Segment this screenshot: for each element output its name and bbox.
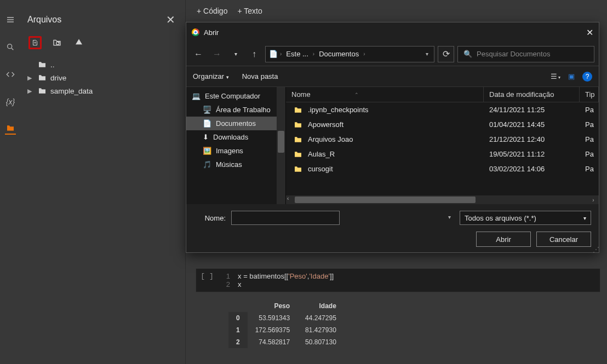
cancel-button[interactable]: Cancelar: [536, 232, 591, 247]
folder-icon: [37, 86, 47, 95]
list-item[interactable]: Arquivos Joao21/12/2021 12:40Pa: [286, 132, 599, 147]
filter-label: Todos os arquivos (*.*): [465, 214, 536, 222]
code-cell: [ ] 1x = batimentos[['Peso','Idade']]2x …: [196, 268, 600, 348]
refresh-button[interactable]: ⟳: [438, 46, 454, 62]
col-date[interactable]: Data de modificação: [484, 87, 580, 102]
open-button[interactable]: Abrir: [476, 232, 531, 247]
back-button[interactable]: ←: [191, 47, 206, 62]
nav-tree-item[interactable]: 🖥️Área de Trabalho: [186, 103, 285, 117]
upload-button[interactable]: [28, 36, 42, 49]
menu-icon[interactable]: [5, 14, 16, 25]
dialog-titlebar[interactable]: Abrir ✕: [186, 22, 599, 42]
filetype-filter[interactable]: Todos os arquivos (*.*) ▾: [460, 211, 591, 225]
files-toolbar: [21, 36, 185, 57]
search-icon: 🔍: [463, 50, 472, 58]
item-date: 24/11/2021 11:25: [484, 106, 580, 114]
list-item[interactable]: .ipynb_checkpoints24/11/2021 11:25Pa: [286, 102, 599, 117]
view-mode-button[interactable]: ☰ ▾: [551, 72, 560, 80]
list-item[interactable]: cursogit03/02/2021 14:06Pa: [286, 161, 599, 176]
chevron-right-icon: ›: [280, 51, 282, 57]
new-folder-button[interactable]: Nova pasta: [242, 72, 278, 80]
item-name: Apowersoft: [308, 120, 343, 129]
item-name: Arquivos Joao: [308, 135, 353, 143]
nav-tree-item[interactable]: 🖼️Imagens: [186, 144, 285, 158]
cell-value: 44.247295: [297, 312, 344, 324]
preview-pane-button[interactable]: ▣: [568, 72, 575, 80]
file-tree: .. ▶ drive ▶ sample_data: [21, 57, 185, 99]
col-name[interactable]: Nome⌃: [286, 87, 484, 102]
chevron-down-icon[interactable]: ▾: [448, 214, 451, 220]
dialog-toolbar: Organizar ▾ Nova pasta ☰ ▾ ▣ ?: [186, 66, 599, 87]
mount-drive-button[interactable]: [72, 36, 85, 49]
main-area: + Código + Texto Abrir ✕ ← → ▾ ↑ 📄 › Est…: [185, 0, 607, 364]
help-button[interactable]: ?: [582, 72, 592, 82]
nav-tree-item[interactable]: ⬇Downloads: [186, 130, 285, 144]
files-panel: Arquivos ✕ .. ▶ drive ▶ sample_data: [21, 0, 185, 364]
doc-icon: 📄: [203, 119, 211, 128]
close-icon[interactable]: ✕: [166, 13, 175, 26]
scrollbar-track[interactable]: ‹ ›: [286, 195, 599, 204]
add-text-button[interactable]: + Texto: [237, 7, 262, 15]
tree-row-up[interactable]: ..: [21, 58, 185, 71]
nav-tree-label: Imagens: [216, 147, 243, 155]
scrollbar-thumb[interactable]: [295, 197, 476, 203]
history-dropdown[interactable]: ▾: [228, 47, 243, 62]
scrollbar-track[interactable]: [277, 87, 285, 204]
chevron-right-icon[interactable]: ▶: [27, 88, 34, 95]
cell-value: 74.582817: [248, 336, 297, 348]
code-icon[interactable]: [5, 69, 16, 80]
row-index: 0: [228, 312, 248, 324]
folder-icon: [294, 120, 302, 129]
item-name: .ipynb_checkpoints: [308, 106, 369, 114]
row-index: 1: [228, 324, 248, 336]
tree-label: drive: [50, 74, 66, 82]
breadcrumb-segment[interactable]: Documentos: [317, 49, 361, 59]
forward-button[interactable]: →: [209, 47, 225, 62]
close-icon[interactable]: ✕: [586, 27, 593, 38]
search-input[interactable]: 🔍 Pesquisar Documentos: [457, 46, 594, 62]
dialog-title: Abrir: [204, 28, 219, 37]
add-code-button[interactable]: + Código: [197, 7, 227, 15]
chevron-right-icon[interactable]: ▶: [27, 74, 34, 82]
list-item[interactable]: Aulas_R19/05/2021 11:12Pa: [286, 147, 599, 161]
pc-icon: 💻: [192, 92, 201, 100]
dialog-nav: ← → ▾ ↑ 📄 › Este ... › Documentos › ▾ ⟳ …: [186, 42, 599, 66]
cell-value: 53.591343: [248, 312, 297, 324]
scrollbar-thumb[interactable]: [278, 131, 284, 153]
chevron-down-icon[interactable]: ▾: [423, 49, 431, 59]
item-name: Aulas_R: [308, 150, 335, 158]
table-row: 1172.56937581.427930: [228, 324, 344, 336]
code-editor[interactable]: [ ] 1x = batimentos[['Peso','Idade']]2x: [196, 268, 600, 292]
resize-handle[interactable]: ⋰: [593, 248, 598, 251]
down-icon: ⬇: [203, 133, 209, 141]
refresh-button[interactable]: [50, 36, 64, 49]
scroll-right-icon[interactable]: ›: [589, 195, 598, 204]
breadcrumb[interactable]: 📄 › Este ... › Documentos › ▾: [265, 46, 434, 62]
output-col: Idade: [297, 300, 344, 312]
nav-tree-label: Downloads: [213, 133, 248, 141]
list-item[interactable]: Apowersoft01/04/2021 14:45Pa: [286, 117, 599, 132]
filename-input[interactable]: [231, 211, 340, 225]
item-type: Pa: [580, 150, 599, 158]
up-button[interactable]: ↑: [247, 47, 262, 62]
item-type: Pa: [580, 165, 599, 173]
col-type[interactable]: Tip: [580, 87, 599, 102]
folder-icon[interactable]: [5, 124, 16, 135]
nav-tree-label: Músicas: [216, 160, 242, 169]
chevron-right-icon: ›: [363, 51, 365, 57]
organize-button[interactable]: Organizar ▾: [193, 72, 229, 80]
breadcrumb-segment[interactable]: Este ...: [284, 49, 310, 59]
tree-row-sampledata[interactable]: ▶ sample_data: [21, 84, 185, 97]
tree-row-drive[interactable]: ▶ drive: [21, 71, 185, 84]
item-name: cursogit: [308, 165, 333, 173]
nav-tree-item[interactable]: 📄Documentos: [186, 117, 285, 130]
table-row: 274.58281750.807130: [228, 336, 344, 348]
nav-tree-item[interactable]: 💻Este Computador: [186, 89, 285, 103]
variables-icon[interactable]: {x}: [5, 96, 16, 107]
nav-tree-item[interactable]: 🎵Músicas: [186, 158, 285, 171]
search-icon[interactable]: [5, 42, 16, 53]
item-type: Pa: [580, 120, 599, 129]
cell-value: 50.807130: [297, 336, 344, 348]
nav-tree-label: Este Computador: [205, 92, 260, 100]
cell-run-gutter[interactable]: [ ]: [196, 269, 218, 292]
